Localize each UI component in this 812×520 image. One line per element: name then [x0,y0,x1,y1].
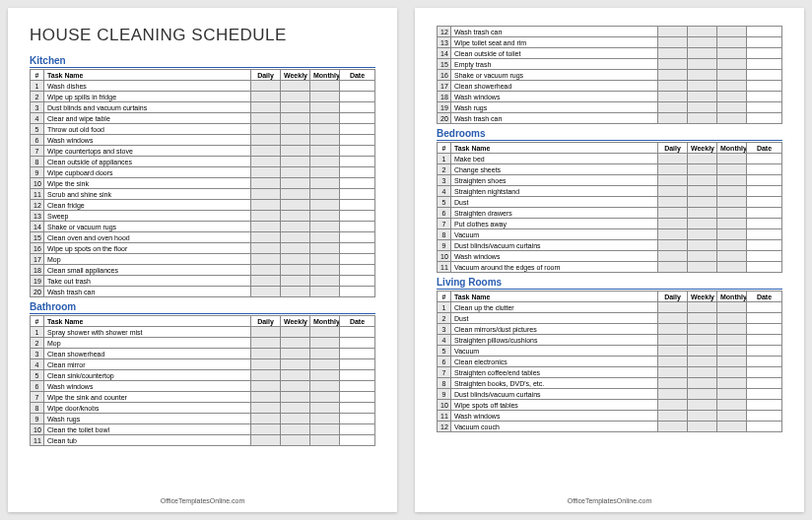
cell-monthly[interactable] [310,381,340,392]
cell-weekly[interactable] [688,240,717,251]
cell-date[interactable] [340,338,375,349]
cell-daily[interactable] [658,219,688,229]
cell-date[interactable] [747,367,782,378]
cell-daily[interactable] [658,389,688,400]
cell-weekly[interactable] [281,124,310,135]
cell-monthly[interactable] [717,208,747,219]
cell-date[interactable] [340,287,375,297]
cell-daily[interactable] [658,240,688,251]
cell-daily[interactable] [251,381,281,392]
cell-daily[interactable] [658,208,688,219]
cell-monthly[interactable] [310,189,340,200]
cell-date[interactable] [747,92,782,102]
cell-daily[interactable] [251,424,281,435]
cell-monthly[interactable] [310,338,340,349]
cell-weekly[interactable] [281,424,310,435]
cell-daily[interactable] [658,335,688,346]
cell-weekly[interactable] [688,48,717,59]
cell-date[interactable] [340,276,375,287]
cell-monthly[interactable] [717,324,747,335]
cell-weekly[interactable] [688,81,717,92]
cell-date[interactable] [747,313,782,324]
cell-date[interactable] [747,389,782,400]
cell-daily[interactable] [658,48,688,59]
cell-date[interactable] [747,229,782,240]
cell-weekly[interactable] [281,349,310,359]
cell-date[interactable] [747,378,782,389]
cell-weekly[interactable] [281,92,310,102]
cell-monthly[interactable] [717,197,747,208]
cell-weekly[interactable] [688,113,717,124]
cell-date[interactable] [340,178,375,189]
cell-monthly[interactable] [310,403,340,414]
cell-date[interactable] [747,59,782,70]
cell-weekly[interactable] [281,81,310,92]
cell-date[interactable] [747,324,782,335]
cell-monthly[interactable] [310,414,340,424]
cell-weekly[interactable] [688,208,717,219]
cell-weekly[interactable] [281,178,310,189]
cell-weekly[interactable] [281,200,310,211]
cell-daily[interactable] [658,197,688,208]
cell-daily[interactable] [658,186,688,197]
cell-daily[interactable] [251,254,281,265]
cell-monthly[interactable] [310,146,340,157]
cell-daily[interactable] [658,59,688,70]
cell-weekly[interactable] [688,411,717,422]
cell-weekly[interactable] [281,359,310,370]
cell-monthly[interactable] [310,211,340,222]
cell-weekly[interactable] [688,197,717,208]
cell-weekly[interactable] [281,222,310,232]
cell-daily[interactable] [251,189,281,200]
cell-weekly[interactable] [281,327,310,338]
cell-monthly[interactable] [717,422,747,432]
cell-monthly[interactable] [717,262,747,273]
cell-date[interactable] [340,81,375,92]
cell-daily[interactable] [251,359,281,370]
cell-date[interactable] [747,70,782,81]
cell-monthly[interactable] [717,400,747,411]
cell-daily[interactable] [658,324,688,335]
cell-date[interactable] [340,359,375,370]
cell-daily[interactable] [251,92,281,102]
cell-daily[interactable] [251,370,281,381]
cell-monthly[interactable] [310,276,340,287]
cell-weekly[interactable] [281,287,310,297]
cell-daily[interactable] [251,338,281,349]
cell-daily[interactable] [658,346,688,357]
cell-daily[interactable] [658,251,688,262]
cell-daily[interactable] [251,414,281,424]
cell-date[interactable] [340,327,375,338]
cell-date[interactable] [747,335,782,346]
cell-date[interactable] [340,243,375,254]
cell-monthly[interactable] [310,222,340,232]
cell-date[interactable] [340,102,375,113]
cell-monthly[interactable] [310,102,340,113]
cell-monthly[interactable] [717,357,747,367]
cell-weekly[interactable] [281,381,310,392]
cell-weekly[interactable] [688,262,717,273]
cell-date[interactable] [747,357,782,367]
cell-daily[interactable] [251,265,281,276]
cell-weekly[interactable] [688,389,717,400]
cell-daily[interactable] [251,232,281,243]
cell-daily[interactable] [658,175,688,186]
cell-daily[interactable] [251,81,281,92]
cell-daily[interactable] [251,113,281,124]
cell-date[interactable] [340,349,375,359]
cell-date[interactable] [747,197,782,208]
cell-weekly[interactable] [688,37,717,48]
cell-daily[interactable] [251,102,281,113]
cell-weekly[interactable] [688,357,717,367]
cell-date[interactable] [340,135,375,146]
cell-monthly[interactable] [310,349,340,359]
cell-monthly[interactable] [310,92,340,102]
cell-daily[interactable] [658,422,688,432]
cell-date[interactable] [747,81,782,92]
cell-weekly[interactable] [281,167,310,178]
cell-daily[interactable] [251,200,281,211]
cell-monthly[interactable] [310,135,340,146]
cell-daily[interactable] [251,403,281,414]
cell-daily[interactable] [658,262,688,273]
cell-monthly[interactable] [717,81,747,92]
